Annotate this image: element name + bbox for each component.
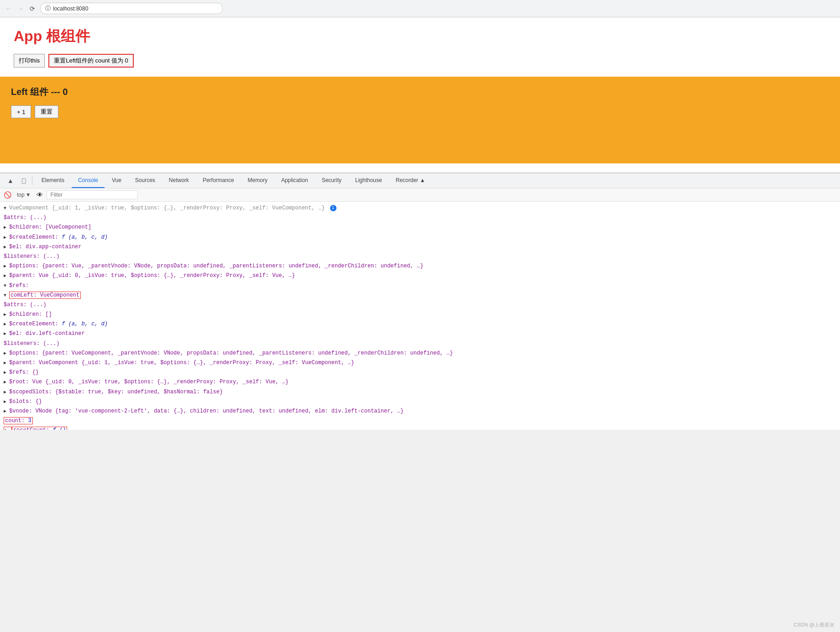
console-comLeft-slots[interactable]: $slots: {} — [4, 397, 836, 407]
devtools-panel: ▲ ⎕ Elements Console Vue Sources Network… — [0, 172, 840, 430]
console-refs-header[interactable]: $refs: — [4, 281, 836, 291]
tab-recorder[interactable]: Recorder ▲ — [389, 173, 432, 188]
tab-elements[interactable]: Elements — [35, 173, 71, 188]
console-listeners: $listeners: (...) — [4, 252, 836, 261]
url-text: localhost:8080 — [53, 5, 88, 12]
console-comLeft-parent[interactable]: $parent: VueComponent {_uid: 1, _isVue: … — [4, 358, 836, 368]
resetCount-highlight[interactable] — [4, 427, 12, 430]
increment-button[interactable]: + 1 — [11, 105, 31, 118]
console-comLeft-attrs: $attrs: (...) — [4, 300, 836, 310]
tab-separator — [32, 176, 32, 185]
console-output: VueComponent {_uid: 1, _isVue: true, $op… — [0, 202, 840, 430]
clear-console-icon[interactable]: 🚫 — [4, 191, 11, 198]
forward-button[interactable]: → — [16, 5, 25, 13]
tab-network[interactable]: Network — [163, 173, 195, 188]
console-comLeft-root[interactable]: $root: Vue {_uid: 0, _isVue: true, $opti… — [4, 377, 836, 387]
console-comLeft-count: count: 3 — [4, 416, 836, 426]
app-content: App 根组件 打印this 重置Left组件的 count 值为 0 Left… — [0, 17, 840, 172]
tab-application[interactable]: Application — [275, 173, 315, 188]
expand-icon[interactable] — [4, 205, 9, 211]
filter-input[interactable] — [47, 190, 138, 199]
tab-console[interactable]: Console — [72, 173, 105, 188]
security-icon: ⓘ — [45, 5, 51, 12]
app-title: App 根组件 — [14, 26, 826, 47]
console-createElement[interactable]: $createElement: f (a, b, c, d) — [4, 233, 836, 242]
print-this-button[interactable]: 打印this — [14, 54, 45, 68]
tab-performance[interactable]: Performance — [196, 173, 241, 188]
console-comLeft-refs[interactable]: $refs: {} — [4, 368, 836, 377]
console-options[interactable]: $options: {parent: Vue, _parentVnode: VN… — [4, 261, 836, 271]
console-comLeft-children[interactable]: $children: [] — [4, 310, 836, 319]
tab-security[interactable]: Security — [315, 173, 348, 188]
tab-memory[interactable]: Memory — [242, 173, 274, 188]
left-component-title: Left 组件 --- 0 — [11, 86, 829, 98]
console-attrs: $attrs: (...) — [4, 213, 836, 223]
reset-left-button[interactable]: 重置Left组件的 count 值为 0 — [48, 54, 134, 68]
tab-lighthouse[interactable]: Lighthouse — [349, 173, 388, 188]
dropdown-arrow-icon: ▼ — [26, 192, 31, 198]
reload-button[interactable]: ⟳ — [28, 5, 37, 13]
console-children[interactable]: $children: [VueComponent] — [4, 223, 836, 232]
info-icon: i — [330, 205, 336, 211]
top-context-button[interactable]: top ▼ — [15, 191, 33, 199]
left-component-buttons: + 1 重置 — [11, 105, 829, 118]
devtools-toolbar: 🚫 top ▼ 👁 — [0, 188, 840, 202]
app-buttons: 打印this 重置Left组件的 count 值为 0 — [14, 54, 826, 68]
console-comLeft-el[interactable]: $el: div.left-container — [4, 329, 836, 339]
device-toolbar-icon[interactable]: ⎕ — [18, 174, 29, 187]
console-parent[interactable]: $parent: Vue {_uid: 0, _isVue: true, $op… — [4, 271, 836, 281]
tab-vue[interactable]: Vue — [105, 173, 128, 188]
back-button[interactable]: ← — [5, 5, 13, 13]
left-component: Left 组件 --- 0 + 1 重置 — [0, 77, 840, 163]
browser-chrome: ← → ⟳ ⓘ localhost:8080 — [0, 0, 840, 17]
count-highlight: count: 3 — [4, 417, 33, 424]
console-comLeft-createElement[interactable]: $createElement: f (a, b, c, d) — [4, 319, 836, 329]
console-comLeft-scopedSlots[interactable]: $scopedSlots: {$stable: true, $key: unde… — [4, 387, 836, 397]
console-line-main[interactable]: VueComponent {_uid: 1, _isVue: true, $op… — [4, 204, 836, 213]
inspect-element-icon[interactable]: ▲ — [4, 174, 17, 187]
console-comLeft-options[interactable]: $options: {parent: VueComponent, _parent… — [4, 349, 836, 358]
tab-sources[interactable]: Sources — [129, 173, 162, 188]
devtools-tabs: ▲ ⎕ Elements Console Vue Sources Network… — [0, 173, 840, 188]
console-comLeft-header[interactable]: comLeft: VueComponent — [4, 291, 836, 300]
comLeft-highlight: comLeft: VueComponent — [9, 292, 81, 299]
console-comLeft-listeners: $listeners: (...) — [4, 339, 836, 349]
address-bar: ⓘ localhost:8080 — [40, 3, 223, 14]
console-comLeft-resetCount[interactable]: resetCount: f () — [4, 426, 836, 430]
eye-icon[interactable]: 👁 — [37, 191, 43, 198]
console-comLeft-vnode[interactable]: $vnode: VNode {tag: 'vue-component-2-Lef… — [4, 407, 836, 416]
console-el[interactable]: $el: div.app-container — [4, 242, 836, 252]
top-label: top — [17, 192, 25, 198]
reset-button[interactable]: 重置 — [35, 105, 58, 118]
